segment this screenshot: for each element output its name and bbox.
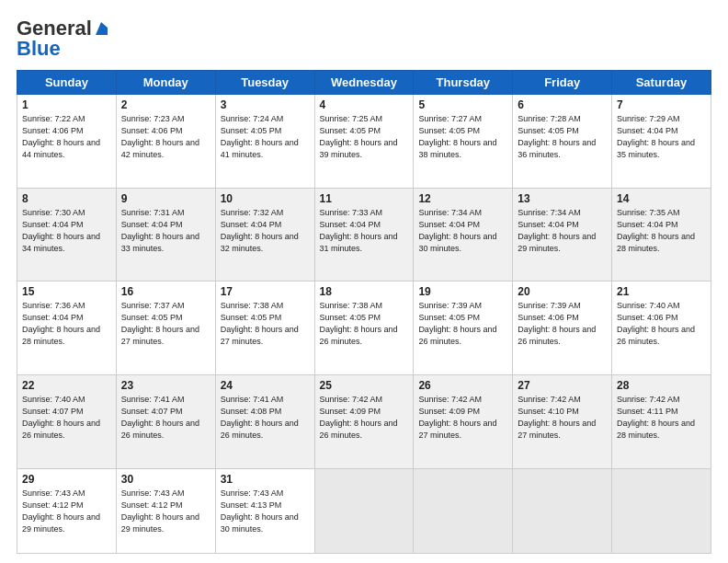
day-info: Sunrise: 7:38 AMSunset: 4:05 PMDaylight:…	[320, 301, 398, 346]
logo: General Blue	[17, 17, 109, 61]
day-number: 24	[221, 379, 310, 392]
day-info: Sunrise: 7:25 AMSunset: 4:05 PMDaylight:…	[320, 114, 398, 159]
calendar-cell: 9 Sunrise: 7:31 AMSunset: 4:04 PMDayligh…	[116, 188, 215, 282]
day-header-wednesday: Wednesday	[314, 71, 414, 95]
day-info: Sunrise: 7:40 AMSunset: 4:07 PMDaylight:…	[22, 395, 100, 440]
day-info: Sunrise: 7:42 AMSunset: 4:11 PMDaylight:…	[617, 395, 695, 440]
day-number: 17	[221, 285, 310, 298]
header: General Blue	[17, 17, 711, 61]
calendar-cell: 26 Sunrise: 7:42 AMSunset: 4:09 PMDaylig…	[414, 374, 513, 468]
logo-blue: Blue	[17, 37, 61, 61]
day-info: Sunrise: 7:40 AMSunset: 4:06 PMDaylight:…	[617, 301, 695, 346]
day-info: Sunrise: 7:39 AMSunset: 4:06 PMDaylight:…	[518, 301, 596, 346]
calendar-cell	[414, 468, 513, 553]
day-number: 29	[22, 473, 111, 486]
day-number: 2	[121, 98, 210, 111]
day-info: Sunrise: 7:24 AMSunset: 4:05 PMDaylight:…	[221, 114, 299, 159]
day-number: 6	[518, 98, 607, 111]
calendar-cell: 10 Sunrise: 7:32 AMSunset: 4:04 PMDaylig…	[215, 188, 314, 282]
day-number: 28	[617, 379, 706, 392]
day-info: Sunrise: 7:38 AMSunset: 4:05 PMDaylight:…	[221, 301, 299, 346]
day-number: 4	[320, 98, 409, 111]
calendar-cell: 13 Sunrise: 7:34 AMSunset: 4:04 PMDaylig…	[513, 188, 612, 282]
day-number: 1	[22, 98, 111, 111]
day-info: Sunrise: 7:36 AMSunset: 4:04 PMDaylight:…	[22, 301, 100, 346]
day-number: 14	[617, 192, 706, 205]
day-number: 15	[22, 285, 111, 298]
calendar-cell: 21 Sunrise: 7:40 AMSunset: 4:06 PMDaylig…	[612, 282, 711, 375]
day-info: Sunrise: 7:42 AMSunset: 4:09 PMDaylight:…	[320, 395, 398, 440]
day-info: Sunrise: 7:43 AMSunset: 4:12 PMDaylight:…	[22, 488, 100, 534]
day-number: 10	[221, 192, 310, 205]
day-number: 13	[518, 192, 607, 205]
day-info: Sunrise: 7:22 AMSunset: 4:06 PMDaylight:…	[22, 114, 100, 159]
day-number: 21	[617, 285, 706, 298]
calendar-cell: 18 Sunrise: 7:38 AMSunset: 4:05 PMDaylig…	[314, 282, 414, 375]
calendar-cell: 8 Sunrise: 7:30 AMSunset: 4:04 PMDayligh…	[17, 188, 117, 282]
day-info: Sunrise: 7:30 AMSunset: 4:04 PMDaylight:…	[22, 208, 100, 253]
calendar-cell: 6 Sunrise: 7:28 AMSunset: 4:05 PMDayligh…	[513, 95, 612, 189]
day-info: Sunrise: 7:31 AMSunset: 4:04 PMDaylight:…	[121, 208, 199, 253]
day-number: 7	[617, 98, 706, 111]
calendar-cell: 27 Sunrise: 7:42 AMSunset: 4:10 PMDaylig…	[513, 374, 612, 468]
logo-icon	[93, 20, 109, 37]
calendar-cell: 12 Sunrise: 7:34 AMSunset: 4:04 PMDaylig…	[414, 188, 513, 282]
day-info: Sunrise: 7:34 AMSunset: 4:04 PMDaylight:…	[518, 208, 596, 253]
calendar-cell: 25 Sunrise: 7:42 AMSunset: 4:09 PMDaylig…	[314, 374, 414, 468]
calendar-cell: 15 Sunrise: 7:36 AMSunset: 4:04 PMDaylig…	[17, 282, 117, 375]
calendar-cell: 30 Sunrise: 7:43 AMSunset: 4:12 PMDaylig…	[116, 468, 215, 553]
day-header-tuesday: Tuesday	[215, 71, 314, 95]
calendar-cell: 16 Sunrise: 7:37 AMSunset: 4:05 PMDaylig…	[116, 282, 215, 375]
calendar-cell	[612, 468, 711, 553]
day-number: 25	[320, 379, 409, 392]
day-info: Sunrise: 7:29 AMSunset: 4:04 PMDaylight:…	[617, 114, 695, 159]
day-number: 5	[418, 98, 507, 111]
calendar-cell: 1 Sunrise: 7:22 AMSunset: 4:06 PMDayligh…	[17, 95, 117, 189]
day-number: 18	[320, 285, 409, 298]
day-header-thursday: Thursday	[414, 71, 513, 95]
calendar-cell: 31 Sunrise: 7:43 AMSunset: 4:13 PMDaylig…	[215, 468, 314, 553]
day-info: Sunrise: 7:23 AMSunset: 4:06 PMDaylight:…	[121, 114, 199, 159]
day-info: Sunrise: 7:37 AMSunset: 4:05 PMDaylight:…	[121, 301, 199, 346]
day-number: 3	[221, 98, 310, 111]
calendar-table: SundayMondayTuesdayWednesdayThursdayFrid…	[17, 70, 711, 554]
calendar-cell: 17 Sunrise: 7:38 AMSunset: 4:05 PMDaylig…	[215, 282, 314, 375]
calendar-cell: 7 Sunrise: 7:29 AMSunset: 4:04 PMDayligh…	[612, 95, 711, 189]
day-info: Sunrise: 7:39 AMSunset: 4:05 PMDaylight:…	[418, 301, 496, 346]
day-number: 16	[121, 285, 210, 298]
day-number: 8	[22, 192, 111, 205]
day-info: Sunrise: 7:41 AMSunset: 4:07 PMDaylight:…	[121, 395, 199, 440]
day-info: Sunrise: 7:28 AMSunset: 4:05 PMDaylight:…	[518, 114, 596, 159]
calendar-cell: 23 Sunrise: 7:41 AMSunset: 4:07 PMDaylig…	[116, 374, 215, 468]
day-number: 9	[121, 192, 210, 205]
day-info: Sunrise: 7:32 AMSunset: 4:04 PMDaylight:…	[221, 208, 299, 253]
day-header-friday: Friday	[513, 71, 612, 95]
calendar-cell: 24 Sunrise: 7:41 AMSunset: 4:08 PMDaylig…	[215, 374, 314, 468]
day-info: Sunrise: 7:41 AMSunset: 4:08 PMDaylight:…	[221, 395, 299, 440]
day-number: 11	[320, 192, 409, 205]
calendar-cell: 5 Sunrise: 7:27 AMSunset: 4:05 PMDayligh…	[414, 95, 513, 189]
day-number: 30	[121, 473, 210, 486]
day-info: Sunrise: 7:42 AMSunset: 4:09 PMDaylight:…	[418, 395, 496, 440]
day-number: 19	[418, 285, 507, 298]
day-number: 26	[418, 379, 507, 392]
calendar-cell	[513, 468, 612, 553]
calendar-cell: 2 Sunrise: 7:23 AMSunset: 4:06 PMDayligh…	[116, 95, 215, 189]
day-header-sunday: Sunday	[17, 71, 117, 95]
calendar-cell: 22 Sunrise: 7:40 AMSunset: 4:07 PMDaylig…	[17, 374, 117, 468]
day-info: Sunrise: 7:42 AMSunset: 4:10 PMDaylight:…	[518, 395, 596, 440]
day-number: 27	[518, 379, 607, 392]
day-header-monday: Monday	[116, 71, 215, 95]
day-number: 12	[418, 192, 507, 205]
day-number: 31	[221, 473, 310, 486]
svg-marker-0	[96, 22, 108, 35]
day-info: Sunrise: 7:33 AMSunset: 4:04 PMDaylight:…	[320, 208, 398, 253]
day-info: Sunrise: 7:43 AMSunset: 4:13 PMDaylight:…	[221, 488, 299, 534]
calendar-cell: 20 Sunrise: 7:39 AMSunset: 4:06 PMDaylig…	[513, 282, 612, 375]
calendar-cell: 28 Sunrise: 7:42 AMSunset: 4:11 PMDaylig…	[612, 374, 711, 468]
calendar-cell: 29 Sunrise: 7:43 AMSunset: 4:12 PMDaylig…	[17, 468, 117, 553]
calendar-cell: 19 Sunrise: 7:39 AMSunset: 4:05 PMDaylig…	[414, 282, 513, 375]
day-info: Sunrise: 7:34 AMSunset: 4:04 PMDaylight:…	[418, 208, 496, 253]
calendar-cell	[314, 468, 414, 553]
page: General Blue SundayMondayTuesdayWednesda…	[0, 0, 728, 563]
